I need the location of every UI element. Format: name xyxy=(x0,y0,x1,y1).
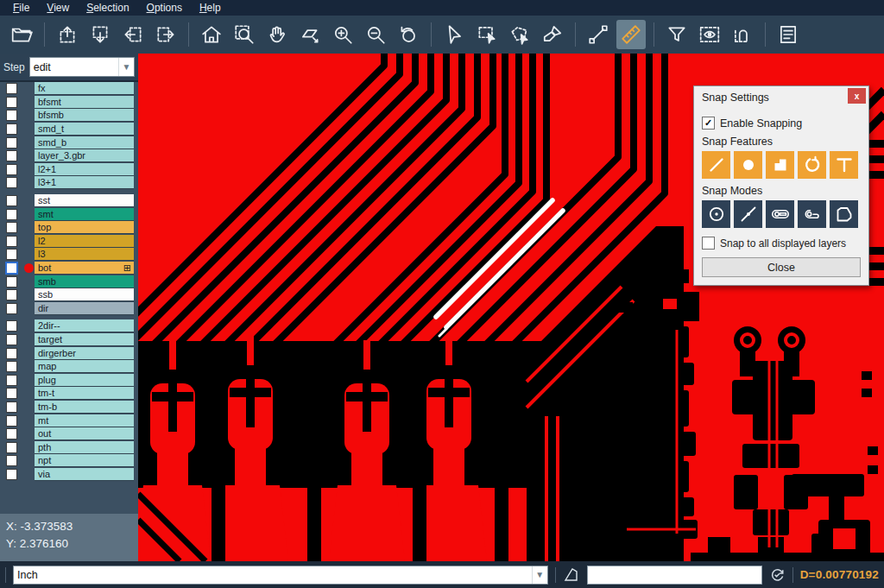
layer-checkbox-top[interactable] xyxy=(6,222,17,233)
layer-row-bfsmt[interactable]: bfsmt xyxy=(0,96,138,110)
layer-label-smt[interactable]: smt xyxy=(35,208,134,221)
layer-label-tm-b[interactable]: tm-b xyxy=(35,401,134,414)
layer-checkbox-l3+1[interactable] xyxy=(6,177,17,188)
layer-checkbox-layer_3.gbr[interactable] xyxy=(6,150,17,161)
layer-row-plug[interactable]: plug xyxy=(0,373,138,387)
menu-item-options[interactable]: Options xyxy=(139,1,190,15)
layer-checkbox-smd_b[interactable] xyxy=(6,137,17,149)
zoom-window-button[interactable] xyxy=(230,20,259,49)
drag-view-button[interactable] xyxy=(295,20,325,49)
layer-checkbox-ssb[interactable] xyxy=(6,289,17,300)
layer-checkbox-plug[interactable] xyxy=(6,375,17,386)
all-layers-checkbox[interactable] xyxy=(702,237,715,250)
refresh-check-icon[interactable] xyxy=(769,566,786,583)
layer-checkbox-l2[interactable] xyxy=(6,236,17,247)
snap-feature-line-button[interactable] xyxy=(702,151,730,179)
layer-row-fx[interactable]: fx xyxy=(0,82,138,96)
layer-label-via[interactable]: via xyxy=(35,468,134,481)
layer-checkbox-bot[interactable] xyxy=(5,262,18,275)
layer-label-pth[interactable]: pth xyxy=(35,441,134,454)
enable-snapping-row[interactable]: ✓ Enable Snapping xyxy=(702,117,861,130)
layer-checkbox-2dir--[interactable] xyxy=(6,320,17,332)
zoom-out-button[interactable] xyxy=(361,20,390,49)
layer-row-l3[interactable]: l3 xyxy=(0,248,138,262)
layer-label-ssb[interactable]: ssb xyxy=(35,288,134,301)
layer-row-npt[interactable]: npt xyxy=(0,454,138,468)
layer-checkbox-fx[interactable] xyxy=(6,83,17,94)
layer-label-bfsmb[interactable]: bfsmb xyxy=(35,109,134,122)
menu-item-file[interactable]: File xyxy=(5,1,37,15)
layer-checkbox-via[interactable] xyxy=(6,469,17,480)
move-right-button[interactable] xyxy=(151,20,180,49)
layer-row-smd_t[interactable]: smd_t xyxy=(0,123,138,136)
layer-row-bfsmb[interactable]: bfsmb xyxy=(0,109,138,123)
layer-label-dir[interactable]: dir xyxy=(35,302,134,315)
layer-checkbox-mt[interactable] xyxy=(6,415,17,427)
enable-snapping-checkbox[interactable]: ✓ xyxy=(702,117,715,130)
measure-distance-button[interactable] xyxy=(584,20,613,49)
layer-checkbox-smb[interactable] xyxy=(6,276,17,288)
layer-row-top[interactable]: top xyxy=(0,221,138,235)
snap-mode-contour-button[interactable] xyxy=(830,200,858,228)
close-button[interactable]: Close xyxy=(702,257,861,277)
snap-feature-pad-button[interactable] xyxy=(734,151,762,179)
layer-label-bfsmt[interactable]: bfsmt xyxy=(35,96,134,109)
layer-label-fx[interactable]: fx xyxy=(35,82,134,95)
layer-checkbox-pth[interactable] xyxy=(6,442,17,453)
menu-item-view[interactable]: View xyxy=(39,1,77,15)
layer-row-l3+1[interactable]: l3+1 xyxy=(0,176,138,190)
filter-button[interactable] xyxy=(662,20,691,49)
view-options-button[interactable] xyxy=(695,20,724,49)
layer-row-dir[interactable]: dir xyxy=(0,302,138,316)
layer-checkbox-tm-b[interactable] xyxy=(6,401,17,413)
layer-row-l2+1[interactable]: l2+1 xyxy=(0,163,138,177)
dialog-titlebar[interactable]: Snap Settings x xyxy=(694,86,868,108)
layer-row-ssb[interactable]: ssb xyxy=(0,288,138,302)
dialog-close-icon[interactable]: x xyxy=(848,88,866,104)
layer-label-top[interactable]: top xyxy=(35,221,134,234)
layer-row-out[interactable]: out xyxy=(0,427,138,441)
move-up-button[interactable] xyxy=(53,20,82,49)
layer-label-out[interactable]: out xyxy=(35,427,134,440)
open-file-button[interactable] xyxy=(7,20,36,49)
layer-row-smd_b[interactable]: smd_b xyxy=(0,136,138,149)
angle-mode-icon[interactable] xyxy=(563,566,580,584)
layer-label-plug[interactable]: plug xyxy=(35,374,134,387)
zoom-previous-button[interactable] xyxy=(394,20,423,49)
layer-checkbox-smt[interactable] xyxy=(6,209,17,220)
layer-checkbox-dirgerber[interactable] xyxy=(6,348,17,359)
unit-select[interactable]: Inch ▼ xyxy=(13,566,548,585)
snap-mode-pad-outline-button[interactable] xyxy=(798,200,826,228)
report-button[interactable] xyxy=(774,20,803,49)
layer-row-2dir--[interactable]: 2dir-- xyxy=(0,319,138,333)
layer-row-smb[interactable]: smb xyxy=(0,275,138,288)
layer-checkbox-dir[interactable] xyxy=(6,303,17,314)
layer-checkbox-npt[interactable] xyxy=(6,455,17,466)
clean-brush-button[interactable] xyxy=(538,20,567,49)
select-poly-button[interactable] xyxy=(505,20,534,49)
layer-row-sst[interactable]: sst xyxy=(0,194,138,208)
layer-label-npt[interactable]: npt xyxy=(35,454,134,467)
layer-checkbox-target[interactable] xyxy=(6,334,17,345)
layer-label-dirgerber[interactable]: dirgerber xyxy=(35,347,134,360)
snap-mode-center-button[interactable] xyxy=(702,200,730,228)
snap-feature-text-button[interactable] xyxy=(830,151,858,179)
layer-label-l3+1[interactable]: l3+1 xyxy=(35,176,134,189)
layer-checkbox-sst[interactable] xyxy=(6,195,17,206)
layer-row-target[interactable]: target xyxy=(0,333,138,347)
all-layers-row[interactable]: Snap to all displayed layers xyxy=(702,237,861,250)
layer-checkbox-tm-t[interactable] xyxy=(6,388,17,399)
layer-checkbox-bfsmb[interactable] xyxy=(6,110,17,121)
layer-row-map[interactable]: map xyxy=(0,360,138,374)
command-input[interactable] xyxy=(587,566,762,585)
zoom-in-button[interactable] xyxy=(328,20,357,49)
select-rect-button[interactable] xyxy=(472,20,502,49)
snap-feature-surface-button[interactable] xyxy=(766,151,794,179)
ruler-button[interactable] xyxy=(616,20,646,49)
move-down-button[interactable] xyxy=(85,20,115,49)
snap-mode-midpoint-button[interactable] xyxy=(734,200,762,228)
layer-checkbox-l3[interactable] xyxy=(6,249,17,260)
layer-row-via[interactable]: via xyxy=(0,468,138,482)
layer-label-target[interactable]: target xyxy=(35,333,134,346)
layer-row-tm-t[interactable]: tm-t xyxy=(0,387,138,401)
